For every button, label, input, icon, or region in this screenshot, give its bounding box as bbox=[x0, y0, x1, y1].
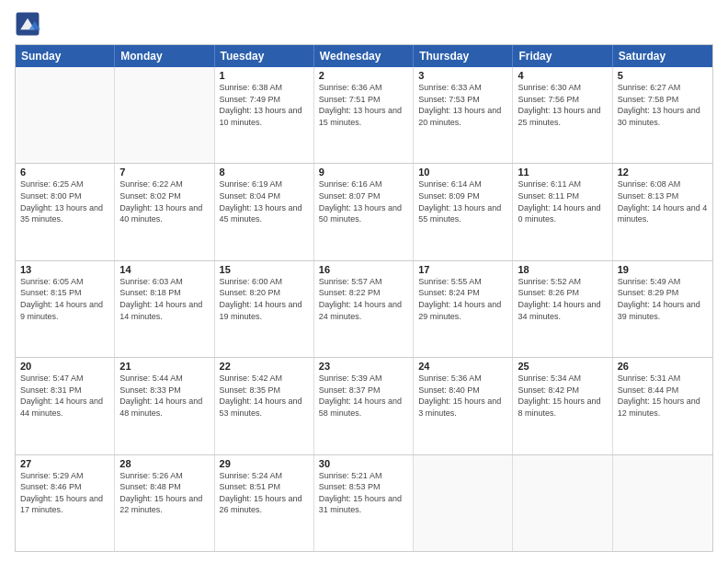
day-cell-3: 3Sunrise: 6:33 AM Sunset: 7:53 PM Daylig… bbox=[414, 67, 513, 163]
day-cell-19: 19Sunrise: 5:49 AM Sunset: 8:29 PM Dayli… bbox=[613, 261, 712, 357]
logo-icon bbox=[15, 11, 40, 37]
day-number: 18 bbox=[518, 264, 607, 275]
day-cell-2: 2Sunrise: 6:36 AM Sunset: 7:51 PM Daylig… bbox=[314, 67, 414, 163]
empty-cell bbox=[513, 455, 612, 551]
day-number: 4 bbox=[518, 70, 607, 81]
day-info: Sunrise: 5:26 AM Sunset: 8:48 PM Dayligh… bbox=[119, 470, 209, 516]
calendar-week-3: 13Sunrise: 6:05 AM Sunset: 8:15 PM Dayli… bbox=[16, 260, 712, 357]
day-number: 13 bbox=[20, 264, 109, 275]
day-cell-17: 17Sunrise: 5:55 AM Sunset: 8:24 PM Dayli… bbox=[414, 261, 513, 357]
day-info: Sunrise: 6:30 AM Sunset: 7:56 PM Dayligh… bbox=[518, 82, 607, 128]
day-cell-21: 21Sunrise: 5:44 AM Sunset: 8:33 PM Dayli… bbox=[115, 358, 214, 454]
day-number: 7 bbox=[119, 167, 209, 178]
day-number: 6 bbox=[20, 167, 109, 178]
calendar-week-2: 6Sunrise: 6:25 AM Sunset: 8:00 PM Daylig… bbox=[16, 163, 712, 259]
day-info: Sunrise: 6:25 AM Sunset: 8:00 PM Dayligh… bbox=[20, 178, 109, 224]
day-info: Sunrise: 6:36 AM Sunset: 7:51 PM Dayligh… bbox=[319, 82, 408, 128]
day-number: 23 bbox=[319, 361, 408, 372]
day-number: 24 bbox=[418, 361, 507, 372]
day-info: Sunrise: 5:21 AM Sunset: 8:53 PM Dayligh… bbox=[319, 470, 408, 516]
col-header-monday: Monday bbox=[115, 45, 214, 67]
day-info: Sunrise: 6:27 AM Sunset: 7:58 PM Dayligh… bbox=[618, 82, 708, 128]
calendar-body: 1Sunrise: 6:38 AM Sunset: 7:49 PM Daylig… bbox=[16, 67, 712, 551]
day-number: 15 bbox=[220, 264, 309, 275]
calendar: SundayMondayTuesdayWednesdayThursdayFrid… bbox=[15, 44, 713, 552]
day-number: 27 bbox=[20, 458, 109, 469]
day-number: 19 bbox=[618, 264, 708, 275]
day-number: 17 bbox=[418, 264, 507, 275]
day-cell-7: 7Sunrise: 6:22 AM Sunset: 8:02 PM Daylig… bbox=[115, 164, 214, 259]
day-cell-27: 27Sunrise: 5:29 AM Sunset: 8:46 PM Dayli… bbox=[16, 455, 115, 551]
day-cell-15: 15Sunrise: 6:00 AM Sunset: 8:20 PM Dayli… bbox=[215, 261, 314, 357]
col-header-friday: Friday bbox=[513, 45, 612, 67]
empty-cell bbox=[16, 67, 115, 163]
day-number: 10 bbox=[418, 167, 507, 178]
day-info: Sunrise: 6:03 AM Sunset: 8:18 PM Dayligh… bbox=[119, 276, 209, 322]
day-cell-30: 30Sunrise: 5:21 AM Sunset: 8:53 PM Dayli… bbox=[314, 455, 414, 551]
day-cell-4: 4Sunrise: 6:30 AM Sunset: 7:56 PM Daylig… bbox=[513, 67, 612, 163]
day-cell-20: 20Sunrise: 5:47 AM Sunset: 8:31 PM Dayli… bbox=[16, 358, 115, 454]
day-info: Sunrise: 6:14 AM Sunset: 8:09 PM Dayligh… bbox=[418, 178, 507, 224]
day-info: Sunrise: 6:38 AM Sunset: 7:49 PM Dayligh… bbox=[220, 82, 309, 128]
day-number: 20 bbox=[20, 361, 109, 372]
day-info: Sunrise: 6:16 AM Sunset: 8:07 PM Dayligh… bbox=[319, 178, 408, 224]
day-number: 25 bbox=[518, 361, 607, 372]
day-cell-8: 8Sunrise: 6:19 AM Sunset: 8:04 PM Daylig… bbox=[215, 164, 314, 259]
day-cell-26: 26Sunrise: 5:31 AM Sunset: 8:44 PM Dayli… bbox=[613, 358, 712, 454]
day-info: Sunrise: 6:11 AM Sunset: 8:11 PM Dayligh… bbox=[518, 178, 607, 224]
day-number: 26 bbox=[618, 361, 708, 372]
day-cell-6: 6Sunrise: 6:25 AM Sunset: 8:00 PM Daylig… bbox=[16, 164, 115, 259]
day-cell-1: 1Sunrise: 6:38 AM Sunset: 7:49 PM Daylig… bbox=[215, 67, 314, 163]
day-number: 5 bbox=[618, 70, 708, 81]
day-cell-25: 25Sunrise: 5:34 AM Sunset: 8:42 PM Dayli… bbox=[513, 358, 612, 454]
day-info: Sunrise: 5:44 AM Sunset: 8:33 PM Dayligh… bbox=[119, 373, 209, 419]
col-header-wednesday: Wednesday bbox=[314, 45, 414, 67]
day-number: 30 bbox=[319, 458, 408, 469]
day-info: Sunrise: 6:19 AM Sunset: 8:04 PM Dayligh… bbox=[220, 178, 309, 224]
calendar-week-5: 27Sunrise: 5:29 AM Sunset: 8:46 PM Dayli… bbox=[16, 454, 712, 551]
header bbox=[15, 11, 713, 37]
empty-cell bbox=[613, 455, 712, 551]
day-cell-29: 29Sunrise: 5:24 AM Sunset: 8:51 PM Dayli… bbox=[215, 455, 314, 551]
day-info: Sunrise: 5:29 AM Sunset: 8:46 PM Dayligh… bbox=[20, 470, 109, 516]
col-header-tuesday: Tuesday bbox=[215, 45, 314, 67]
page: SundayMondayTuesdayWednesdayThursdayFrid… bbox=[0, 0, 728, 563]
day-info: Sunrise: 6:08 AM Sunset: 8:13 PM Dayligh… bbox=[618, 178, 708, 224]
logo bbox=[15, 11, 44, 37]
day-number: 9 bbox=[319, 167, 408, 178]
day-number: 1 bbox=[220, 70, 309, 81]
day-cell-24: 24Sunrise: 5:36 AM Sunset: 8:40 PM Dayli… bbox=[414, 358, 513, 454]
day-info: Sunrise: 5:39 AM Sunset: 8:37 PM Dayligh… bbox=[319, 373, 408, 419]
day-info: Sunrise: 6:00 AM Sunset: 8:20 PM Dayligh… bbox=[220, 276, 309, 322]
calendar-week-4: 20Sunrise: 5:47 AM Sunset: 8:31 PM Dayli… bbox=[16, 357, 712, 454]
day-number: 2 bbox=[319, 70, 408, 81]
day-number: 14 bbox=[119, 264, 209, 275]
day-cell-28: 28Sunrise: 5:26 AM Sunset: 8:48 PM Dayli… bbox=[115, 455, 214, 551]
day-info: Sunrise: 6:33 AM Sunset: 7:53 PM Dayligh… bbox=[418, 82, 507, 128]
empty-cell bbox=[414, 455, 513, 551]
day-cell-9: 9Sunrise: 6:16 AM Sunset: 8:07 PM Daylig… bbox=[314, 164, 414, 259]
day-cell-11: 11Sunrise: 6:11 AM Sunset: 8:11 PM Dayli… bbox=[513, 164, 612, 259]
day-info: Sunrise: 5:31 AM Sunset: 8:44 PM Dayligh… bbox=[618, 373, 708, 419]
day-info: Sunrise: 5:49 AM Sunset: 8:29 PM Dayligh… bbox=[618, 276, 708, 322]
day-cell-10: 10Sunrise: 6:14 AM Sunset: 8:09 PM Dayli… bbox=[414, 164, 513, 259]
day-number: 11 bbox=[518, 167, 607, 178]
day-number: 16 bbox=[319, 264, 408, 275]
day-info: Sunrise: 5:42 AM Sunset: 8:35 PM Dayligh… bbox=[220, 373, 309, 419]
col-header-saturday: Saturday bbox=[613, 45, 712, 67]
day-info: Sunrise: 5:34 AM Sunset: 8:42 PM Dayligh… bbox=[518, 373, 607, 419]
calendar-header: SundayMondayTuesdayWednesdayThursdayFrid… bbox=[16, 45, 712, 67]
day-cell-22: 22Sunrise: 5:42 AM Sunset: 8:35 PM Dayli… bbox=[215, 358, 314, 454]
day-cell-5: 5Sunrise: 6:27 AM Sunset: 7:58 PM Daylig… bbox=[613, 67, 712, 163]
empty-cell bbox=[115, 67, 214, 163]
col-header-sunday: Sunday bbox=[16, 45, 115, 67]
day-info: Sunrise: 5:36 AM Sunset: 8:40 PM Dayligh… bbox=[418, 373, 507, 419]
day-number: 28 bbox=[119, 458, 209, 469]
day-info: Sunrise: 6:05 AM Sunset: 8:15 PM Dayligh… bbox=[20, 276, 109, 322]
day-cell-14: 14Sunrise: 6:03 AM Sunset: 8:18 PM Dayli… bbox=[115, 261, 214, 357]
day-cell-12: 12Sunrise: 6:08 AM Sunset: 8:13 PM Dayli… bbox=[613, 164, 712, 259]
day-info: Sunrise: 5:47 AM Sunset: 8:31 PM Dayligh… bbox=[20, 373, 109, 419]
day-cell-16: 16Sunrise: 5:57 AM Sunset: 8:22 PM Dayli… bbox=[314, 261, 414, 357]
day-number: 29 bbox=[220, 458, 309, 469]
calendar-week-1: 1Sunrise: 6:38 AM Sunset: 7:49 PM Daylig… bbox=[16, 67, 712, 163]
